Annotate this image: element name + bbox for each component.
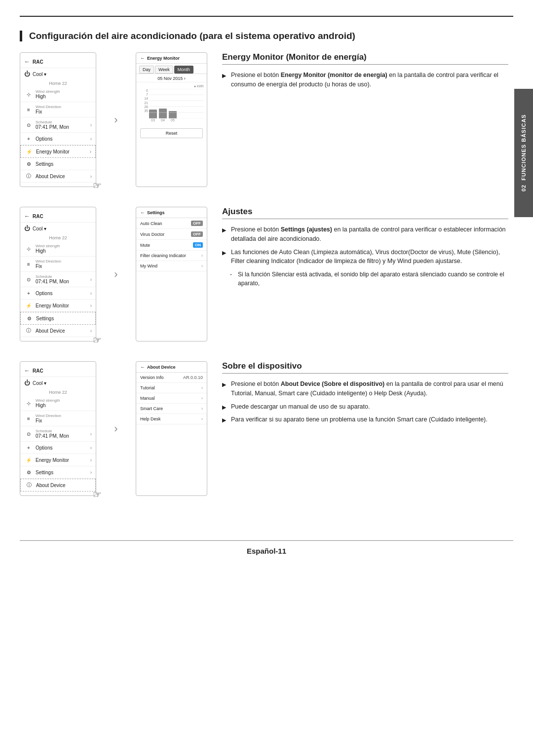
auto-clean-toggle[interactable]: OFF	[191, 221, 203, 226]
power-icon-2: ⏻	[24, 225, 30, 232]
rac-title-1: RAC	[33, 59, 43, 65]
wind-dir-item-2[interactable]: ≡ Wind Direction Fix	[20, 257, 96, 272]
y-label-14: 14	[144, 97, 148, 100]
settings-back-arrow[interactable]: ←	[140, 210, 145, 215]
energy-monitor-item-3[interactable]: ⚡ Energy Monitor ›	[20, 454, 96, 466]
energy-monitor-item-2[interactable]: ⚡ Energy Monitor ›	[20, 300, 96, 312]
schedule-label-1: Schedule 07:41 PM, Mon	[36, 120, 90, 130]
sobre-bullet-3: ▶ Para verificar si su aparato tiene un …	[222, 415, 508, 424]
options-item-2[interactable]: + Options ›	[20, 287, 96, 300]
em-tab-day[interactable]: Day	[139, 66, 154, 74]
settings-item-1[interactable]: ⚙ Settings	[20, 158, 96, 170]
mute-item[interactable]: Mute ON	[136, 240, 207, 251]
options-item-1[interactable]: + Options ›	[20, 133, 96, 145]
em-tab-month[interactable]: Month	[174, 66, 193, 74]
gear-icon-1: ⚙	[24, 160, 33, 167]
schedule-icon-2: ⊙	[24, 276, 33, 283]
home-num-1: Home 22	[20, 80, 96, 87]
info-icon-1: ⓘ	[24, 173, 33, 180]
page-title: Configuración del aire acondicionado (pa…	[29, 31, 508, 41]
power-btn-2[interactable]: ⏻ Cool ▾	[20, 223, 96, 234]
bullet-arrow-s3: ▶	[222, 416, 228, 424]
about-chevron-1: ›	[90, 174, 92, 179]
arrow-2: ›	[106, 207, 126, 341]
options-item-3[interactable]: + Options ›	[20, 442, 96, 454]
wind-dir-icon-3: ≡	[24, 415, 33, 422]
energy-monitor-heading: Energy Monitor (Monitor de energía)	[222, 52, 508, 65]
ajustes-heading: Ajustes	[222, 207, 508, 219]
filter-cleaning-item[interactable]: Filter cleaning Indicator ›	[136, 251, 207, 261]
about-item-2[interactable]: ⓘ About Device ›	[20, 325, 96, 337]
em-x-labels: 03 04 05	[139, 118, 204, 122]
ajustes-sub-bullet-1: - Si la función Silenciar está activada,…	[222, 270, 508, 288]
auto-clean-item[interactable]: Auto Clean OFF	[136, 218, 207, 229]
smart-care-item[interactable]: Smart Care ›	[136, 404, 207, 414]
help-desk-chevron: ›	[201, 416, 203, 421]
virus-doctor-item[interactable]: Virus Doctor OFF	[136, 229, 207, 240]
power-btn-3[interactable]: ⏻ Cool ▾	[20, 377, 96, 389]
schedule-chevron-3: ›	[90, 431, 92, 437]
energy-icon-2: ⚡	[24, 302, 33, 309]
bullet-arrow-s1: ▶	[222, 380, 228, 398]
my-wind-item[interactable]: My Wind ›	[136, 261, 207, 271]
options-chevron-3: ›	[90, 445, 92, 451]
about-item-1[interactable]: ⓘ About Device ›	[20, 170, 96, 183]
options-label-2: Options	[36, 291, 90, 296]
plus-icon-1: +	[24, 135, 33, 142]
em-tabs: Day Week Month	[136, 64, 207, 74]
energy-chevron-2: ›	[90, 303, 92, 308]
sobre-bullet-text-2: Puede descargar un manual de uso de su a…	[231, 402, 370, 412]
y-label-0: 0	[146, 89, 148, 92]
em-bullet-text-1: Presione el botón Energy Monitor (monito…	[231, 71, 508, 89]
phone-rac-1: ← RAC ⏻ Cool ▾ Home 22 ⊹ Wind strength H…	[20, 52, 96, 187]
y-label-35: 35	[144, 109, 148, 113]
em-reset-btn[interactable]: Reset	[140, 128, 203, 138]
wind-strength-item-1[interactable]: ⊹ Wind strength High	[20, 87, 96, 102]
schedule-chevron-2: ›	[90, 277, 92, 282]
schedule-item-3[interactable]: ⊙ Schedule 07:41 PM, Mon ›	[20, 426, 96, 442]
wind-dir-item-3[interactable]: ≡ Wind Direction Fix	[20, 411, 96, 426]
footer-text: Español-11	[247, 547, 286, 555]
about-screen-title: About Device	[147, 365, 176, 370]
arrow-right-3: ›	[114, 422, 117, 435]
bar-04	[159, 109, 167, 118]
wind-label-1: Wind strength High	[36, 89, 92, 99]
arrow-1: ›	[106, 52, 126, 187]
help-desk-item[interactable]: Help Desk ›	[136, 414, 207, 424]
power-icon-1: ⏻	[24, 71, 30, 77]
y-label-7: 7	[146, 93, 148, 96]
ajustes-text: Ajustes ▶ Presione el botón Settings (aj…	[217, 207, 508, 341]
back-arrow-3[interactable]: ←	[24, 367, 30, 374]
bullet-arrow-em1: ▶	[222, 72, 228, 89]
tutorial-item[interactable]: Tutorial ›	[136, 383, 207, 393]
virus-doctor-toggle[interactable]: OFF	[191, 231, 203, 237]
schedule-item-1[interactable]: ⊙ Schedule 07:41 PM, Mon ›	[20, 117, 96, 133]
x-label-04: 04	[159, 118, 167, 122]
sobre-section: ← RAC ⏻ Cool ▾ Home 22 ⊹ Wind strength H…	[20, 361, 508, 496]
back-arrow-1[interactable]: ←	[24, 58, 30, 65]
about-device-item-3-active[interactable]: ⓘ About Device	[20, 479, 96, 491]
wind-dir-item-1[interactable]: ≡ Wind Direction Fix	[20, 102, 96, 117]
about-chevron-2: ›	[90, 328, 92, 334]
manual-chevron: ›	[201, 396, 203, 401]
em-back-arrow[interactable]: ←	[140, 55, 145, 61]
power-btn-1[interactable]: ⏻ Cool ▾	[20, 68, 96, 80]
settings-item-2-active[interactable]: ⚙ Settings	[20, 312, 96, 325]
mute-toggle[interactable]: ON	[193, 242, 203, 248]
back-arrow-2[interactable]: ←	[24, 213, 30, 220]
manual-item[interactable]: Manual ›	[136, 393, 207, 404]
about-back-arrow[interactable]: ←	[140, 364, 145, 370]
version-info-value: AR.0.0.10	[183, 375, 203, 380]
schedule-item-2[interactable]: ⊙ Schedule 07:41 PM, Mon ›	[20, 272, 96, 287]
energy-monitor-item-1[interactable]: ⚡ Energy Monitor ›	[20, 145, 96, 158]
gear-icon-2: ⚙	[25, 315, 34, 322]
wind-strength-item-2[interactable]: ⊹ Wind strength High	[20, 241, 96, 257]
tutorial-chevron: ›	[201, 385, 203, 390]
settings-item-3[interactable]: ⚙ Settings ›	[20, 466, 96, 479]
sub-dash-1: -	[230, 270, 235, 288]
virus-doctor-label: Virus Doctor	[140, 232, 191, 237]
em-tab-week[interactable]: Week	[155, 66, 173, 74]
em-bullet-1: ▶ Presione el botón Energy Monitor (moni…	[222, 71, 508, 89]
em-header: ← Energy Monitor	[136, 53, 207, 64]
wind-strength-item-3[interactable]: ⊹ Wind strength High	[20, 396, 96, 411]
